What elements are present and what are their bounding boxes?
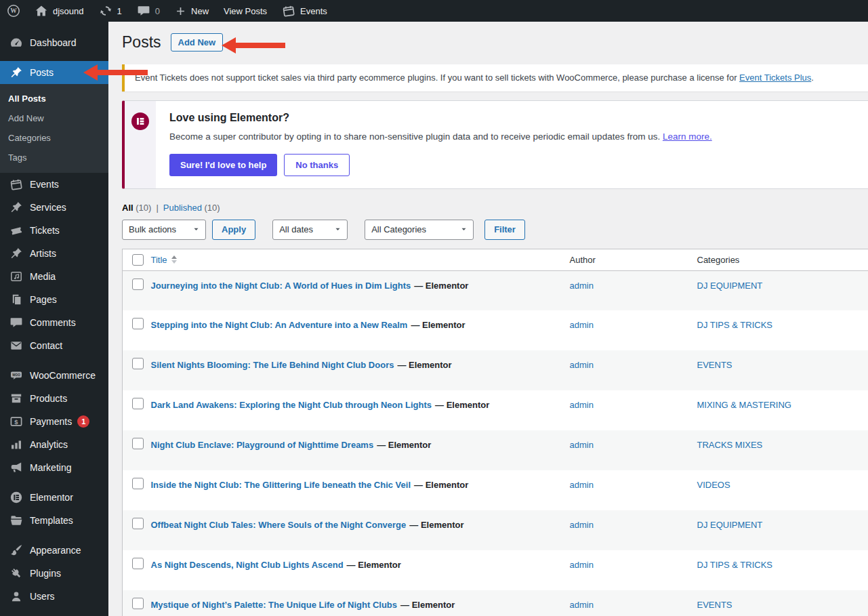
categories-filter-select[interactable]: All Categories [365,220,474,240]
sidebar-item-users[interactable]: Users [0,585,108,608]
updates-menu[interactable]: 1 [91,0,129,22]
comments-menu[interactable]: 0 [129,0,167,22]
author-link[interactable]: admin [570,440,594,450]
post-state-label: — Elementor [400,600,455,610]
row-checkbox[interactable] [132,358,144,369]
row-checkbox[interactable] [132,478,144,489]
sidebar-subitem-tags[interactable]: Tags [0,148,108,167]
sidebar-item-appearance[interactable]: Appearance [0,539,108,562]
category-link[interactable]: TRACKS MIXES [697,440,763,450]
sidebar-item-marketing[interactable]: Marketing [0,456,108,479]
elementor-notice-text: Become a super contributor by opting in … [169,130,867,144]
post-title-link[interactable]: Mystique of Night’s Palette: The Unique … [151,600,398,610]
view-published-link[interactable]: Published (10) [163,203,220,213]
sidebar-item-services[interactable]: Services [0,196,108,219]
select-all-checkbox[interactable] [132,254,144,266]
learn-more-link[interactable]: Learn more. [663,131,712,142]
sidebar-item-analytics[interactable]: Analytics [0,433,108,456]
add-new-button[interactable]: Add New [171,33,224,52]
bulk-actions-value: Bulk actions [129,224,176,234]
sidebar-subitem-add-new[interactable]: Add New [0,108,108,128]
post-title-link[interactable]: Stepping into the Night Club: An Adventu… [151,320,408,330]
elementor-notice-aside [125,101,156,188]
post-title-link[interactable]: Dark Land Awakens: Exploring the Night C… [151,400,432,410]
update-count: 1 [117,6,122,16]
site-name-menu[interactable]: djsound [27,0,91,22]
post-state-label: — Elementor [414,281,468,291]
category-link[interactable]: MIXING & MASTERING [697,400,791,410]
author-link[interactable]: admin [570,480,594,490]
category-link[interactable]: VIDEOS [697,480,730,490]
sidebar-item-payments[interactable]: $Payments1 [0,410,108,433]
filter-button[interactable]: Filter [484,220,525,240]
sidebar-item-dashboard[interactable]: Dashboard [0,31,108,54]
author-link[interactable]: admin [570,281,594,291]
category-link[interactable]: DJ TIPS & TRICKS [697,560,773,570]
apply-button[interactable]: Apply [212,220,255,240]
author-link[interactable]: admin [570,320,594,330]
sidebar-item-comments[interactable]: Comments [0,311,108,334]
elementor-dismiss-button[interactable]: No thanks [284,154,350,176]
category-link[interactable]: DJ EQUIPMENT [697,520,763,530]
post-row: Stepping into the Night Club: An Adventu… [123,310,868,350]
admin-bar: W djsound 1 0 New View Posts Events [0,0,868,22]
post-title-link[interactable]: Silent Nights Blooming: The Life Behind … [151,360,394,370]
post-title-link[interactable]: As Night Descends, Night Club Lights Asc… [151,560,344,570]
row-checkbox[interactable] [132,598,144,609]
row-checkbox[interactable] [132,398,144,409]
sidebar-item-media[interactable]: Media [0,265,108,288]
view-all-link[interactable]: All (10) [122,203,151,213]
row-checkbox[interactable] [132,279,144,290]
post-row: Offbeat Night Club Tales: Where Souls of… [123,510,868,550]
bulk-actions-select[interactable]: Bulk actions [122,220,206,240]
sidebar-item-pages[interactable]: Pages [0,288,108,311]
post-title-link[interactable]: Inside the Night Club: The Glittering Li… [151,480,411,490]
sidebar-item-posts[interactable]: Posts [0,61,108,84]
author-link[interactable]: admin [570,520,594,530]
sidebar-item-contact[interactable]: Contact [0,334,108,357]
row-checkbox[interactable] [132,558,144,569]
comments-icon [137,4,150,18]
elementor-icon [9,491,23,504]
wp-logo-menu[interactable]: W [0,0,27,22]
author-link[interactable]: admin [570,360,594,370]
sidebar-item-label: Elementor [30,492,73,503]
sidebar-item-elementor[interactable]: Elementor [0,486,108,509]
events-menu[interactable]: Events [274,0,335,22]
view-posts-menu[interactable]: View Posts [216,0,274,22]
sidebar-item-woocommerce[interactable]: WOOWooCommerce [0,364,108,387]
sidebar-item-plugins[interactable]: Plugins [0,562,108,585]
category-link[interactable]: EVENTS [697,360,732,370]
sort-by-title-link[interactable]: Title [151,255,177,265]
post-title-link[interactable]: Offbeat Night Club Tales: Where Souls of… [151,520,407,530]
sidebar-item-products[interactable]: Products [0,387,108,410]
row-checkbox[interactable] [132,518,144,529]
media-icon [9,270,23,283]
author-link[interactable]: admin [570,600,594,610]
sidebar-subitem-all-posts[interactable]: All Posts [0,89,108,108]
author-link[interactable]: admin [570,560,594,570]
category-link[interactable]: DJ EQUIPMENT [697,281,763,291]
sidebar-item-artists[interactable]: Artists [0,242,108,265]
category-link[interactable]: EVENTS [697,600,732,610]
sidebar-item-label: Services [30,202,66,213]
sidebar-item-events[interactable]: Events [0,173,108,196]
row-checkbox[interactable] [132,438,144,449]
post-title-link[interactable]: Night Club Enclave: Playground of Nightt… [151,440,374,450]
new-content-menu[interactable]: New [167,0,216,22]
sidebar-subitem-categories[interactable]: Categories [0,128,108,148]
sidebar-item-label: Payments [30,416,72,427]
row-checkbox[interactable] [132,318,144,329]
author-link[interactable]: admin [570,400,594,410]
dates-filter-select[interactable]: All dates [272,220,348,240]
sidebar-item-tickets[interactable]: Tickets [0,219,108,242]
event-tickets-plus-link[interactable]: Event Tickets Plus [739,73,811,83]
post-title-link[interactable]: Journeying into the Night Club: A World … [151,281,411,291]
sidebar-item-label: Products [30,393,67,404]
sidebar-item-label: WooCommerce [30,370,96,381]
megaphone-icon [9,461,23,474]
elementor-agree-button[interactable]: Sure! I'd love to help [169,154,277,176]
chevron-down-icon [460,226,468,233]
sidebar-item-templates[interactable]: Templates [0,509,108,532]
category-link[interactable]: DJ TIPS & TRICKS [697,320,773,330]
